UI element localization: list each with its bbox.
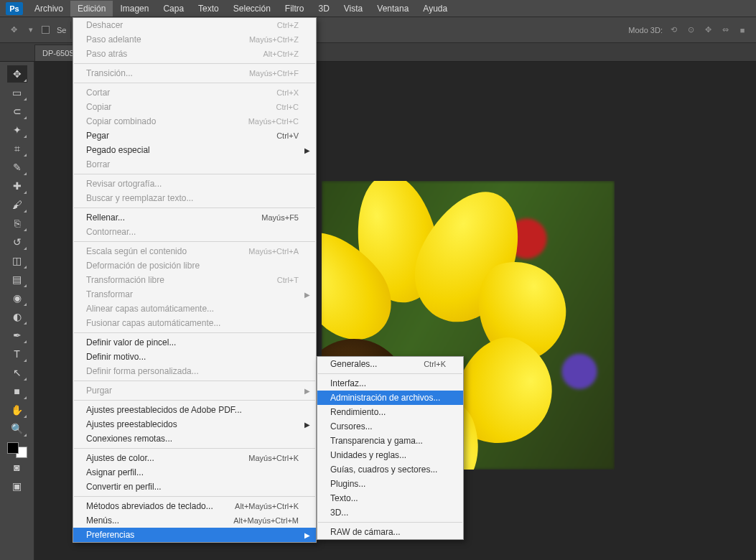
menubar-item-texto[interactable]: Texto bbox=[191, 1, 226, 17]
edit-menu-item[interactable]: Convertir en perfil... bbox=[73, 480, 316, 494]
menubar-item-ventana[interactable]: Ventana bbox=[370, 1, 416, 17]
edit-menu-item[interactable]: Pegado especial▶ bbox=[73, 143, 316, 157]
eraser-tool[interactable]: ◫ bbox=[7, 252, 27, 269]
edit-menu-item: Buscar y reemplazar texto... bbox=[73, 191, 316, 205]
menu-item-label: Plugins... bbox=[330, 479, 365, 489]
screenmode-tool[interactable]: ▣ bbox=[7, 477, 27, 495]
path-tool[interactable]: ↖ bbox=[7, 364, 27, 381]
edit-menu-item[interactable]: Métodos abreviados de teclado...Alt+Mayú… bbox=[73, 499, 316, 513]
dropdown-icon[interactable]: ▾ bbox=[24, 24, 37, 37]
menubar-item-ayuda[interactable]: Ayuda bbox=[416, 1, 454, 17]
menubar-item-archivo[interactable]: Archivo bbox=[27, 1, 70, 17]
menu-item-label: Unidades y reglas... bbox=[330, 450, 406, 460]
app-logo: Ps bbox=[6, 2, 23, 15]
prefs-menu-item[interactable]: Cursores... bbox=[317, 419, 463, 434]
edit-menu-item: Contornear... bbox=[73, 225, 316, 239]
prefs-menu-item[interactable]: Interfaz... bbox=[317, 376, 463, 391]
menu-item-label: Preferencias bbox=[86, 530, 134, 540]
edit-menu-separator bbox=[74, 496, 315, 497]
crop-tool[interactable]: ⌗ bbox=[7, 140, 27, 157]
3d-roll-icon[interactable]: ⊙ bbox=[684, 24, 697, 37]
edit-menu-item[interactable]: Asignar perfil... bbox=[73, 465, 316, 480]
edit-menu-item: Paso adelanteMayús+Ctrl+Z bbox=[73, 32, 316, 47]
edit-menu-item[interactable]: Rellenar...Mayús+F5 bbox=[73, 210, 316, 225]
shape-tool[interactable]: ■ bbox=[7, 383, 27, 400]
prefs-menu-item[interactable]: Transparencia y gama... bbox=[317, 434, 463, 448]
clone-tool[interactable]: ⎘ bbox=[7, 215, 27, 232]
menu-item-label: Menús... bbox=[86, 515, 119, 526]
menu-shortcut: Ctrl+Z bbox=[277, 21, 299, 29]
menubar-item-filtro[interactable]: Filtro bbox=[278, 1, 312, 17]
dodge-tool[interactable]: ◐ bbox=[7, 308, 27, 325]
3d-scale-icon[interactable]: ■ bbox=[736, 24, 749, 37]
prefs-menu-item[interactable]: Generales...Ctrl+K bbox=[317, 357, 463, 371]
blur-tool[interactable]: ◉ bbox=[7, 289, 27, 307]
edit-menu-item: Paso atrásAlt+Ctrl+Z bbox=[73, 47, 316, 61]
menubar-item-vista[interactable]: Vista bbox=[337, 1, 370, 17]
prefs-menu-item[interactable]: Unidades y reglas... bbox=[317, 448, 463, 462]
move-tool[interactable]: ✥ bbox=[7, 65, 27, 83]
quickmask-tool[interactable]: ◙ bbox=[7, 459, 27, 476]
edit-menu-item[interactable]: Ajustes de color...Mayús+Ctrl+K bbox=[73, 451, 316, 465]
menu-shortcut: Alt+Ctrl+Z bbox=[263, 50, 299, 58]
eyedropper-tool[interactable]: ✎ bbox=[7, 159, 27, 176]
edit-menu-item[interactable]: Ajustes preestablecidos de Adobe PDF... bbox=[73, 403, 316, 417]
menu-item-label: Administración de archivos... bbox=[330, 393, 440, 403]
3d-slide-icon[interactable]: ⇔ bbox=[719, 24, 732, 37]
edit-menu-separator bbox=[74, 83, 315, 83]
auto-select-checkbox[interactable] bbox=[42, 26, 50, 34]
menu-shortcut: Ctrl+C bbox=[276, 103, 299, 111]
menubar-item-imagen[interactable]: Imagen bbox=[113, 1, 156, 17]
edit-menu-item: Purgar▶ bbox=[73, 383, 316, 398]
color-swatch[interactable] bbox=[7, 442, 27, 458]
hand-tool[interactable]: ✋ bbox=[7, 401, 27, 419]
edit-menu-item[interactable]: Definir motivo... bbox=[73, 350, 316, 364]
edit-menu-item[interactable]: Ajustes preestablecidos▶ bbox=[73, 417, 316, 431]
submenu-arrow-icon: ▶ bbox=[304, 421, 310, 429]
brush-tool[interactable]: 🖌 bbox=[7, 196, 27, 213]
prefs-menu-item[interactable]: 3D... bbox=[317, 505, 463, 520]
history-tool[interactable]: ↺ bbox=[7, 233, 27, 251]
edit-menu-item[interactable]: Definir valor de pincel... bbox=[73, 335, 316, 350]
edit-menu-item: Transformar▶ bbox=[73, 287, 316, 302]
menu-item-label: Purgar bbox=[86, 386, 112, 396]
menubar-item-edición[interactable]: Edición bbox=[70, 1, 113, 17]
menu-item-label: Transformación libre bbox=[86, 275, 164, 285]
edit-menu-separator bbox=[74, 448, 315, 449]
edit-menu-item[interactable]: Preferencias▶ bbox=[73, 528, 316, 542]
prefs-menu-item[interactable]: Administración de archivos... bbox=[317, 391, 463, 405]
type-tool[interactable]: T bbox=[7, 345, 27, 363]
gradient-tool[interactable]: ▤ bbox=[7, 271, 27, 288]
edit-menu-item: CopiarCtrl+C bbox=[73, 100, 316, 114]
edit-menu-separator bbox=[74, 381, 315, 381]
marquee-tool[interactable]: ▭ bbox=[7, 84, 27, 101]
prefs-menu-item[interactable]: RAW de cámara... bbox=[317, 525, 463, 539]
3d-pan-icon[interactable]: ✥ bbox=[701, 24, 714, 37]
menu-item-label: Métodos abreviados de teclado... bbox=[86, 501, 213, 511]
edit-menu-item: Definir forma personalizada... bbox=[73, 364, 316, 378]
prefs-menu-item[interactable]: Texto... bbox=[317, 491, 463, 505]
edit-menu-item[interactable]: PegarCtrl+V bbox=[73, 129, 316, 143]
prefs-menu-item[interactable]: Guías, cuadros y sectores... bbox=[317, 462, 463, 477]
menubar-item-capa[interactable]: Capa bbox=[156, 1, 191, 17]
edit-menu-separator bbox=[74, 400, 315, 401]
edit-menu-item[interactable]: Menús...Alt+Mayús+Ctrl+M bbox=[73, 513, 316, 528]
edit-menu-item: DeshacerCtrl+Z bbox=[73, 18, 316, 32]
lasso-tool[interactable]: ⊂ bbox=[7, 103, 27, 120]
edit-menu-item: Revisar ortografía... bbox=[73, 177, 316, 191]
zoom-tool[interactable]: 🔍 bbox=[7, 420, 27, 437]
menu-shortcut: Alt+Mayús+Ctrl+M bbox=[233, 516, 299, 525]
edit-menu-item: Escala según el contenidoMayús+Ctrl+A bbox=[73, 244, 316, 258]
wand-tool[interactable]: ✦ bbox=[7, 121, 27, 139]
menu-item-label: Transformar bbox=[86, 289, 133, 299]
prefs-menu-item[interactable]: Rendimiento... bbox=[317, 405, 463, 419]
heal-tool[interactable]: ✚ bbox=[7, 177, 27, 195]
edit-menu-separator bbox=[74, 207, 315, 208]
menubar-item-3d[interactable]: 3D bbox=[311, 1, 336, 17]
menu-item-label: Deformación de posición libre bbox=[86, 261, 200, 271]
pen-tool[interactable]: ✒ bbox=[7, 327, 27, 344]
menubar-item-selección[interactable]: Selección bbox=[226, 1, 278, 17]
edit-menu-item[interactable]: Conexiones remotas... bbox=[73, 431, 316, 446]
3d-orbit-icon[interactable]: ⟲ bbox=[667, 24, 680, 37]
prefs-menu-item[interactable]: Plugins... bbox=[317, 477, 463, 491]
